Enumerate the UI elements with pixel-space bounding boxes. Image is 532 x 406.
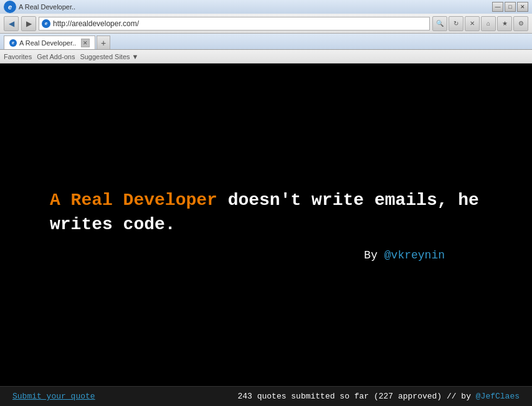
maximize-button[interactable]: □ — [505, 2, 516, 12]
submit-quote-link[interactable]: Submit your quote — [12, 392, 95, 401]
by-label: By — [364, 249, 378, 262]
ie-logo-icon: e — [4, 1, 16, 13]
stats-text: 243 quotes submitted so far (227 approve… — [238, 392, 471, 401]
address-ie-icon: e — [42, 19, 50, 28]
quote-text: A Real Developer doesn't write emails, h… — [50, 188, 482, 237]
toolbar-suggested[interactable]: Suggested Sites ▼ — [80, 53, 138, 60]
favorites-button[interactable]: ★ — [497, 16, 512, 31]
window-title: A Real Developer.. — [19, 3, 75, 11]
quote-area: A Real Developer doesn't write emails, h… — [0, 64, 532, 386]
tabs-bar: e A Real Developer.. ✕ + — [0, 34, 532, 50]
toolbar-bar: Favorites Get Add-ons Suggested Sites ▼ — [0, 50, 532, 64]
author-link[interactable]: @vkreynin — [384, 249, 445, 262]
footer-bar: Submit your quote 243 quotes submitted s… — [0, 386, 532, 406]
close-button[interactable]: ✕ — [517, 2, 528, 12]
footer-stats: 243 quotes submitted so far (227 approve… — [238, 392, 520, 401]
quote-highlight: A Real Developer — [50, 191, 217, 210]
quote-author: By @vkreynin — [50, 249, 482, 262]
refresh-button[interactable]: ↻ — [449, 16, 463, 31]
title-bar: e A Real Developer.. — □ ✕ — [0, 0, 532, 14]
browser-content: A Real Developer doesn't write emails, h… — [0, 64, 532, 406]
tools-button[interactable]: ⚙ — [513, 16, 528, 31]
address-text[interactable]: http://arealdeveloper.com/ — [53, 19, 139, 28]
active-tab[interactable]: e A Real Developer.. ✕ — [4, 35, 95, 49]
toolbar-favorites[interactable]: Favorites — [4, 53, 32, 60]
minimize-button[interactable]: — — [492, 2, 503, 12]
window-controls[interactable]: — □ ✕ — [492, 2, 528, 12]
forward-button[interactable]: ▶ — [21, 16, 36, 31]
tab-close-button[interactable]: ✕ — [81, 39, 90, 47]
title-bar-left: e A Real Developer.. — [4, 1, 75, 13]
tab-ie-icon: e — [9, 39, 17, 47]
toolbar-addons[interactable]: Get Add-ons — [37, 53, 75, 60]
nav-right-buttons: 🔍 ↻ ✕ ⌂ ★ ⚙ — [432, 16, 528, 31]
back-button[interactable]: ◀ — [4, 16, 19, 31]
search-button[interactable]: 🔍 — [432, 16, 447, 31]
new-tab-button[interactable]: + — [97, 35, 110, 49]
address-bar[interactable]: e http://arealdeveloper.com/ — [39, 17, 430, 31]
creator-link[interactable]: @JefClaes — [476, 392, 520, 401]
home-button[interactable]: ⌂ — [481, 16, 496, 31]
navigation-bar: ◀ ▶ e http://arealdeveloper.com/ 🔍 ↻ ✕ ⌂… — [0, 14, 532, 34]
stop-button[interactable]: ✕ — [465, 16, 480, 31]
tab-label: A Real Developer.. — [19, 39, 76, 47]
